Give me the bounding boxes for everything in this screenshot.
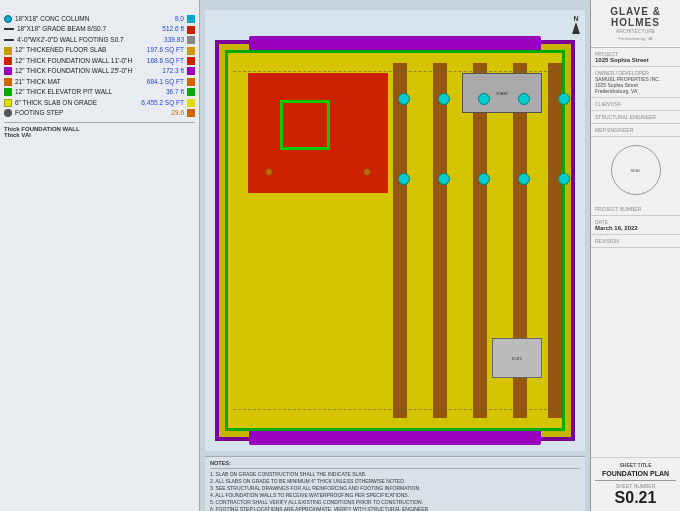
thick-mat-text: 21" THICK MAT	[15, 78, 144, 86]
sheet-number: S0.21	[595, 489, 676, 507]
foundation-outer: STAIR ELEV	[215, 40, 575, 441]
logo-area: GLAVE & HOLMES ARCHITECTURE Fredericksbu…	[591, 0, 680, 48]
floor-slab-text: 12" THICKENED FLOOR SLAB	[15, 46, 144, 54]
legend-item-footing-step: FOOTING STEP 29.6	[4, 108, 195, 118]
main-container: 18"X18" CONC COLUMN 8.0 18"X18" GRADE BE…	[0, 0, 680, 511]
col-marker-1	[265, 168, 273, 176]
legend-panel: 18"X18" CONC COLUMN 8.0 18"X18" GRADE BE…	[0, 0, 200, 511]
note-line-6: 6. FOOTING STEP LOCATIONS ARE APPROXIMAT…	[210, 506, 580, 511]
gray-box-bottom-right: ELEV	[492, 338, 542, 378]
thick-mat-symbol	[4, 78, 12, 86]
note-line-3: 3. SEE STRUCTURAL DRAWINGS FOR ALL REINF…	[210, 485, 580, 492]
blueprint-canvas: STAIR ELEV	[205, 10, 585, 451]
elevator-text: 12" THICK ELEVATOR PIT WALL	[15, 88, 151, 96]
owner-section: OWNER / DEVELOPER SAMUEL PROPERTIES INC.…	[591, 67, 680, 98]
legend-item-grade-beam: 18"X18" GRADE BEAM 8/S0.7 512.6 ft	[4, 24, 195, 34]
legend-item-foundation-11: 12" THICK FOUNDATION WALL 11'-0"H 168.6 …	[4, 56, 195, 66]
structural-section: STRUCTURAL ENGINEER	[591, 111, 680, 124]
mep-label: MEP ENGINEER	[595, 127, 676, 133]
slab-grade-text: 6" THICK SLAB ON GRADE	[15, 99, 138, 107]
date-section: DATE March 16, 2022	[591, 216, 680, 235]
structural-label: STRUCTURAL ENGINEER	[595, 114, 676, 120]
conc-column-value: 8.0	[154, 15, 184, 23]
firm-subtitle: ARCHITECTURE	[595, 28, 676, 34]
stripe-5	[548, 63, 562, 418]
cyan-dot-10	[558, 173, 570, 185]
notes-content: 1. SLAB ON GRADE CONSTRUCTION SHALL THE …	[210, 471, 580, 511]
foundation-11-swatch	[187, 57, 195, 65]
conc-column-symbol	[4, 15, 12, 23]
thick-mat-swatch	[187, 78, 195, 86]
revision-label: REVISION	[595, 238, 676, 244]
legend-item-slab-grade: 6" THICK SLAB ON GRADE 6,455.2 SQ FT	[4, 98, 195, 108]
client-section: Client/SA	[591, 98, 680, 111]
legend-item-floor-slab: 12" THICKENED FLOOR SLAB 197.6 SQ FT	[4, 45, 195, 55]
dimension-line-top	[233, 71, 557, 72]
slab-grade-value: 6,455.2 SQ FT	[141, 99, 184, 107]
elevator-swatch	[187, 88, 195, 96]
north-arrow-icon	[572, 22, 580, 34]
legend-item-wall-footing: 4'-0"WX2'-0"D WALL FOOTING S0.7 339.83	[4, 35, 195, 45]
gray-box-label: STAIR	[496, 91, 507, 96]
project-address: 1025 Sophia Street	[595, 57, 676, 63]
drawing-title: FOUNDATION PLAN	[595, 470, 676, 477]
foundation-25-text: 12" THICK FOUNDATION WALL 25'-0"H	[15, 67, 151, 75]
slab-grade-symbol	[4, 99, 12, 107]
cyan-dot-5	[558, 93, 570, 105]
client-label: Client/SA	[595, 101, 676, 107]
legend-item-foundation-25: 12" THICK FOUNDATION WALL 25'-0"H 172.3 …	[4, 66, 195, 76]
sheet-number-area: SHEET NUMBER S0.21	[595, 480, 676, 507]
footing-step-symbol	[4, 109, 12, 117]
wall-footing-text: 4'-0"WX2'-0"D WALL FOOTING S0.7	[17, 36, 151, 44]
floor-slab-value: 197.6 SQ FT	[147, 46, 184, 54]
project-number-label: PROJECT NUMBER	[595, 206, 676, 212]
stripe-2	[433, 63, 447, 418]
revision-section: REVISION	[591, 235, 680, 248]
elevator-symbol	[4, 88, 12, 96]
stamp-text: SEAL	[630, 168, 640, 173]
gray-box-small-label: ELEV	[512, 356, 522, 361]
legend-item-thick-mat: 21" THICK MAT 684.1 SQ FT	[4, 77, 195, 87]
conc-column-swatch	[187, 15, 195, 23]
note-line-2: 2. ALL SLABS ON GRADE TO BE MINIMUM 4" T…	[210, 478, 580, 485]
project-number-section: PROJECT NUMBER	[591, 203, 680, 216]
notes-header: NOTES:	[210, 460, 580, 469]
north-label: N	[573, 15, 578, 22]
cyan-dot-4	[518, 93, 530, 105]
note-line-4: 4. ALL FOUNDATION WALLS TO RECEIVE WATER…	[210, 492, 580, 499]
purple-bottom-band	[249, 429, 541, 445]
footing-step-text: FOOTING STEP	[15, 109, 151, 117]
red-section	[248, 73, 388, 193]
grade-beam-swatch	[187, 26, 195, 34]
stripe-3	[473, 63, 487, 418]
sheet-info: SHEET TITLE FOUNDATION PLAN SHEET NUMBER…	[591, 457, 680, 511]
floor-slab-swatch	[187, 47, 195, 55]
floor-slab-symbol	[4, 47, 12, 55]
wall-footing-value: 339.83	[154, 36, 184, 44]
cyan-dot-2	[438, 93, 450, 105]
cyan-dot-7	[438, 173, 450, 185]
foundation-inner: STAIR ELEV	[225, 50, 565, 431]
cyan-dot-6	[398, 173, 410, 185]
legend-item-elevator: 12" THICK ELEVATOR PIT WALL 36.7 ft	[4, 87, 195, 97]
conc-column-text: 18"X18" CONC COLUMN	[15, 15, 151, 23]
wall-footing-symbol	[4, 39, 14, 42]
footing-step-swatch	[187, 109, 195, 117]
cyan-dot-9	[518, 173, 530, 185]
note-line-5: 5. CONTRACTOR SHALL VERIFY ALL EXISTING …	[210, 499, 580, 506]
firm-name: GLAVE & HOLMES	[595, 6, 676, 28]
foundation-25-swatch	[187, 67, 195, 75]
foundation-11-text: 12" THICK FOUNDATION WALL 11'-0"H	[15, 57, 144, 65]
title-panel: GLAVE & HOLMES ARCHITECTURE Fredericksbu…	[590, 0, 680, 511]
legend-item-conc-column: 18"X18" CONC COLUMN 8.0	[4, 14, 195, 24]
foundation-11-value: 168.6 SQ FT	[147, 57, 184, 65]
drawing-area: STAIR ELEV	[200, 0, 590, 511]
thick-vai-label: Thick VAI	[4, 132, 195, 138]
project-section: PROJECT 1025 Sophia Street	[591, 48, 680, 67]
gray-box-top-right: STAIR	[462, 73, 542, 113]
footing-step-value: 29.6	[154, 109, 184, 117]
north-arrow-area: N	[572, 15, 580, 34]
owner-address: 1025 Sophia StreetFredericksburg, VA	[595, 82, 676, 94]
wall-footing-swatch	[187, 36, 195, 44]
grade-beam-text: 18"X18" GRADE BEAM 8/S0.7	[17, 25, 151, 33]
